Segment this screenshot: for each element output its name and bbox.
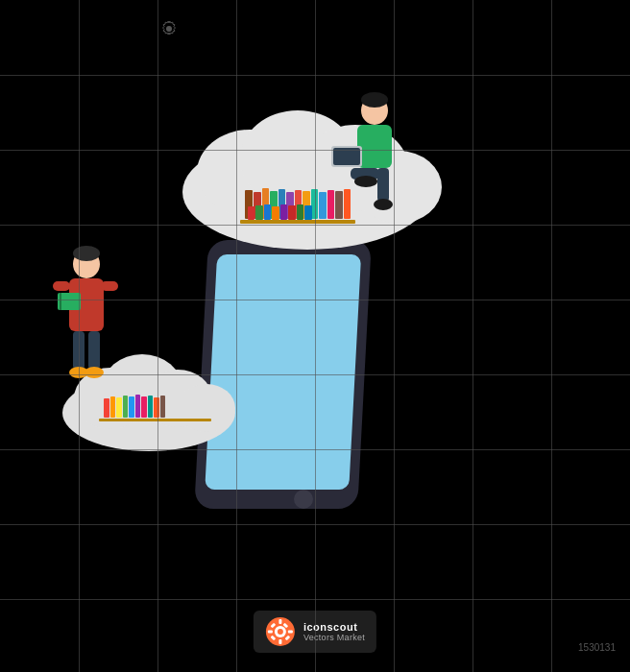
- svg-point-65: [374, 199, 393, 210]
- svg-rect-46: [160, 396, 165, 418]
- svg-rect-45: [154, 397, 159, 418]
- svg-rect-51: [73, 331, 85, 370]
- svg-rect-72: [279, 639, 281, 644]
- asset-id: 1530131: [578, 642, 616, 653]
- watermark-brand: iconscout: [303, 621, 365, 633]
- svg-rect-27: [272, 206, 279, 220]
- svg-rect-73: [268, 631, 273, 634]
- svg-rect-40: [123, 396, 128, 418]
- svg-rect-56: [101, 281, 118, 291]
- svg-rect-18: [311, 189, 318, 219]
- svg-rect-39: [116, 397, 122, 418]
- svg-rect-20: [327, 190, 334, 219]
- svg-rect-28: [280, 204, 287, 220]
- svg-point-60: [361, 92, 388, 108]
- svg-rect-47: [99, 419, 211, 421]
- svg-point-70: [278, 629, 283, 635]
- svg-point-54: [85, 367, 104, 378]
- svg-rect-67: [333, 148, 360, 165]
- svg-rect-29: [288, 205, 296, 220]
- svg-point-36: [178, 384, 235, 432]
- svg-point-0: [166, 26, 172, 32]
- svg-rect-24: [248, 206, 254, 220]
- svg-rect-30: [297, 204, 303, 220]
- watermark-subtitle: Vectors Market: [303, 633, 365, 642]
- svg-point-49: [73, 246, 100, 261]
- svg-point-64: [354, 176, 377, 187]
- svg-rect-58: [60, 293, 61, 310]
- svg-rect-3: [205, 254, 361, 490]
- svg-rect-31: [304, 205, 312, 220]
- svg-rect-63: [377, 168, 389, 202]
- watermark-container: iconscout Vectors Market: [254, 611, 376, 653]
- svg-rect-42: [135, 395, 140, 418]
- svg-rect-23: [240, 220, 355, 224]
- iconscout-logo: [265, 616, 296, 647]
- svg-rect-21: [335, 191, 343, 219]
- svg-point-4: [294, 490, 313, 509]
- watermark-text: iconscout Vectors Market: [303, 621, 365, 642]
- svg-rect-74: [288, 631, 293, 634]
- svg-rect-26: [264, 204, 271, 220]
- main-illustration: [0, 0, 630, 672]
- svg-rect-22: [344, 189, 351, 219]
- svg-rect-44: [148, 396, 153, 418]
- svg-rect-25: [255, 205, 263, 220]
- svg-rect-43: [141, 396, 147, 418]
- svg-rect-19: [319, 192, 327, 219]
- svg-rect-37: [104, 398, 109, 418]
- svg-rect-38: [110, 396, 115, 418]
- svg-rect-52: [88, 331, 100, 370]
- svg-rect-55: [53, 281, 70, 291]
- svg-rect-71: [279, 619, 281, 624]
- svg-rect-61: [357, 125, 392, 168]
- svg-rect-41: [129, 396, 134, 418]
